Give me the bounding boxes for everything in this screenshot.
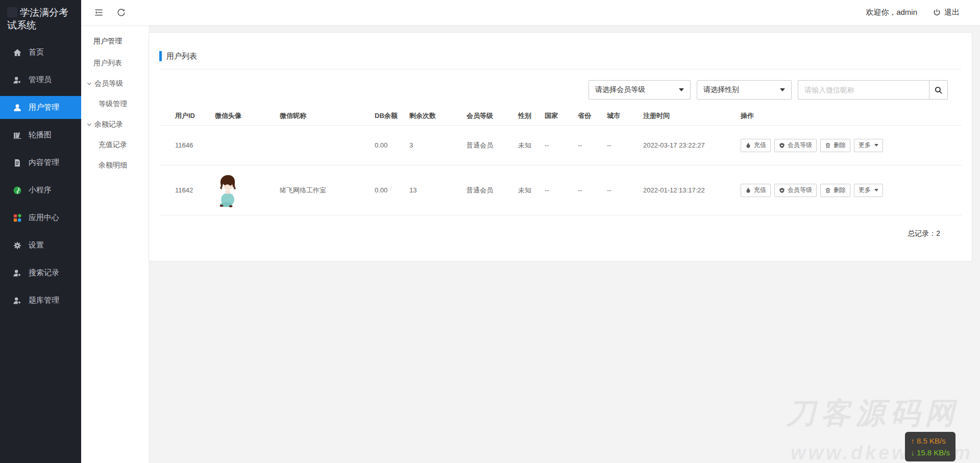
cell-city: -- bbox=[607, 186, 643, 194]
page-title: 用户列表 bbox=[166, 52, 197, 61]
sidebar-item-carousel[interactable]: 轮播图 bbox=[0, 124, 81, 147]
primary-sidebar: 学法满分考试系统 首页 管理员 用户管理 轮播图 内容管理 bbox=[0, 0, 81, 463]
submenu-item-label: 余额记录 bbox=[94, 120, 123, 129]
logout-button[interactable]: 退出 bbox=[933, 8, 960, 17]
col-header-gender: 性别 bbox=[518, 111, 545, 120]
cell-city: -- bbox=[607, 141, 643, 149]
col-header-user-id: 用户ID bbox=[175, 111, 215, 120]
sidebar-item-label: 应用中心 bbox=[29, 213, 59, 223]
title-divider bbox=[159, 69, 962, 69]
cell-actions: 充值 会员等级 删除 更多 bbox=[741, 139, 962, 152]
search-button[interactable] bbox=[929, 80, 948, 100]
search-icon bbox=[934, 86, 943, 94]
submenu-item-user-list[interactable]: 用户列表 bbox=[81, 53, 149, 74]
col-header-remaining: 剩余次数 bbox=[409, 111, 467, 120]
welcome-text: 欢迎你，admin bbox=[866, 8, 917, 17]
recharge-button[interactable]: 充值 bbox=[741, 139, 771, 152]
more-button[interactable]: 更多 bbox=[854, 139, 883, 152]
app-logo: 学法满分考试系统 bbox=[0, 0, 81, 32]
sidebar-item-settings[interactable]: 设置 bbox=[0, 234, 81, 257]
user-list-panel: 用户列表 请选择会员等级 请选择性别 用户ID 微信头像 微 bbox=[149, 32, 972, 261]
member-level-button[interactable]: 会员等级 bbox=[774, 184, 817, 197]
sidebar-item-admins[interactable]: 管理员 bbox=[0, 68, 81, 91]
submenu-item-level-management[interactable]: 等级管理 bbox=[81, 94, 149, 114]
content-doc-icon bbox=[13, 158, 22, 167]
member-level-button[interactable]: 会员等级 bbox=[774, 139, 817, 152]
delete-button[interactable]: 删除 bbox=[820, 184, 850, 197]
user-table: 用户ID 微信头像 微信昵称 DB余额 剩余次数 会员等级 性别 国家 省份 城… bbox=[159, 106, 962, 215]
member-level-label: 会员等级 bbox=[788, 141, 812, 150]
cell-actions: 充值 会员等级 删除 更多 bbox=[741, 184, 962, 197]
search-records-icon bbox=[13, 269, 22, 278]
table-row: 11642 绪飞网络工作室 0.00 bbox=[159, 165, 962, 215]
sidebar-item-label: 题库管理 bbox=[29, 296, 59, 305]
download-speed: ↓ 15.8 KB/s bbox=[911, 447, 950, 458]
home-icon bbox=[13, 48, 22, 57]
miniprogram-icon bbox=[13, 186, 22, 195]
refresh-icon[interactable] bbox=[116, 8, 126, 18]
network-speed-badge: ↑ 8.5 KB/s ↓ 15.8 KB/s bbox=[905, 432, 955, 461]
sidebar-item-miniprogram[interactable]: 小程序 bbox=[0, 179, 81, 202]
cell-gender: 未知 bbox=[518, 186, 545, 195]
cell-registered: 2022-03-17 23:22:27 bbox=[643, 141, 741, 149]
sidebar-item-app-center[interactable]: 应用中心 bbox=[0, 206, 81, 229]
app-center-icon bbox=[13, 213, 22, 223]
recharge-button[interactable]: 充值 bbox=[741, 184, 771, 197]
recharge-label: 充值 bbox=[754, 186, 766, 194]
cell-level: 普通会员 bbox=[467, 141, 518, 150]
settings-gear-icon bbox=[13, 241, 22, 250]
sidebar-item-label: 小程序 bbox=[29, 185, 52, 195]
sidebar-item-home[interactable]: 首页 bbox=[0, 41, 81, 64]
nickname-search-input[interactable] bbox=[798, 80, 929, 100]
collapse-menu-icon[interactable] bbox=[93, 8, 104, 18]
cell-province: -- bbox=[578, 186, 607, 194]
recharge-label: 充值 bbox=[754, 141, 766, 150]
sidebar-item-label: 轮播图 bbox=[29, 130, 52, 140]
more-button[interactable]: 更多 bbox=[854, 184, 883, 197]
cell-user-id: 11646 bbox=[175, 141, 215, 149]
col-header-actions: 操作 bbox=[741, 111, 962, 120]
sidebar-item-label: 设置 bbox=[29, 240, 44, 250]
member-level-label: 会员等级 bbox=[788, 186, 812, 194]
upload-speed: ↑ 8.5 KB/s bbox=[911, 435, 950, 447]
cell-balance: 0.00 bbox=[375, 141, 409, 149]
arrow-down-icon: ↓ bbox=[911, 448, 915, 457]
filter-bar: 请选择会员等级 请选择性别 bbox=[149, 80, 948, 100]
cell-user-id: 11642 bbox=[175, 186, 215, 194]
cell-country: -- bbox=[545, 186, 578, 194]
power-icon bbox=[933, 8, 941, 17]
member-level-select[interactable]: 请选择会员等级 bbox=[589, 80, 691, 100]
trash-icon bbox=[825, 142, 831, 149]
col-header-nickname: 微信昵称 bbox=[280, 111, 375, 120]
submenu-group-balance-records[interactable]: 余额记录 bbox=[81, 114, 149, 135]
chevron-down-icon bbox=[87, 81, 92, 86]
submenu-item-balance-detail[interactable]: 余额明细 bbox=[81, 155, 149, 176]
sidebar-item-question-bank[interactable]: 题库管理 bbox=[0, 289, 81, 312]
caret-down-icon bbox=[679, 88, 684, 91]
caret-down-icon bbox=[780, 88, 785, 91]
sidebar-item-label: 内容管理 bbox=[29, 158, 59, 167]
delete-button[interactable]: 删除 bbox=[820, 139, 850, 152]
carousel-icon bbox=[13, 131, 22, 140]
panel-title: 用户列表 bbox=[159, 51, 962, 61]
cell-registered: 2022-01-12 13:17:22 bbox=[643, 186, 741, 194]
money-bag-icon bbox=[745, 187, 751, 193]
col-header-city: 城市 bbox=[607, 111, 643, 120]
admin-user-icon bbox=[13, 76, 22, 85]
user-icon bbox=[13, 103, 22, 112]
submenu-item-recharge-records[interactable]: 充值记录 bbox=[81, 135, 149, 155]
col-header-level: 会员等级 bbox=[467, 111, 518, 120]
table-header-row: 用户ID 微信头像 微信昵称 DB余额 剩余次数 会员等级 性别 国家 省份 城… bbox=[159, 106, 962, 126]
gender-select[interactable]: 请选择性别 bbox=[697, 80, 792, 100]
main-content: 用户列表 请选择会员等级 请选择性别 用户ID 微信头像 微 bbox=[149, 26, 980, 463]
more-label: 更多 bbox=[859, 186, 871, 194]
sidebar-item-label: 管理员 bbox=[29, 75, 52, 85]
sidebar-item-content[interactable]: 内容管理 bbox=[0, 151, 81, 174]
sidebar-item-search-records[interactable]: 搜索记录 bbox=[0, 261, 81, 284]
money-bag-icon bbox=[745, 142, 751, 149]
cell-gender: 未知 bbox=[518, 141, 545, 150]
submenu-item-label: 会员等级 bbox=[94, 79, 123, 88]
delete-label: 删除 bbox=[834, 186, 846, 194]
submenu-group-member-level[interactable]: 会员等级 bbox=[81, 74, 149, 94]
sidebar-item-user-management[interactable]: 用户管理 bbox=[0, 96, 81, 119]
